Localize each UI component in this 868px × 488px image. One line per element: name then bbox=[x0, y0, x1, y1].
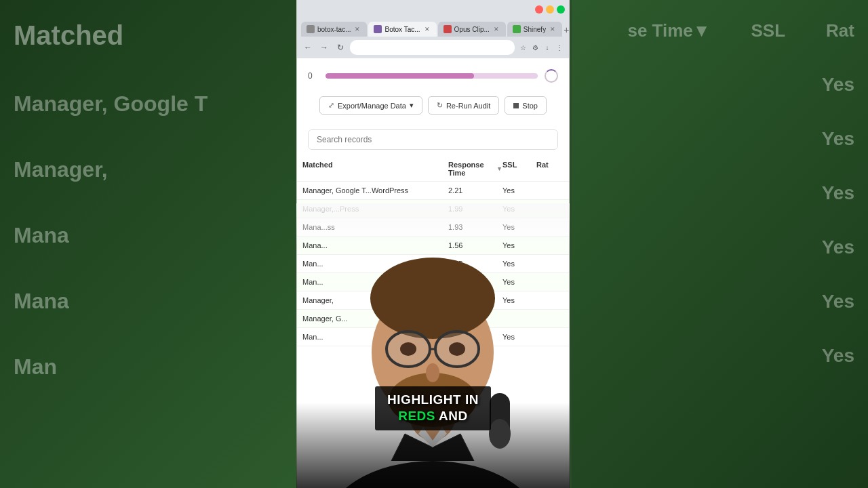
cell-response-2: 1.93 bbox=[448, 223, 502, 231]
rerun-icon: ↻ bbox=[437, 101, 443, 110]
tab-close-4[interactable]: ✕ bbox=[549, 25, 557, 33]
cell-matched-8: Man... bbox=[302, 333, 448, 341]
stop-label: Stop bbox=[522, 102, 538, 110]
tab-close-2[interactable]: ✕ bbox=[423, 25, 431, 33]
tab-label-2: Botox Tac... bbox=[384, 26, 420, 33]
address-input[interactable] bbox=[350, 40, 515, 55]
search-area bbox=[297, 123, 569, 157]
bg-text-manager1: Manager, Google T bbox=[14, 92, 285, 117]
table-row[interactable]: Mana...ss 1.93 Yes bbox=[297, 218, 569, 237]
rerun-audit-button[interactable]: ↻ Re-Run Audit bbox=[428, 96, 499, 115]
tab-botox-tac-active[interactable]: Botox Tac... ✕ bbox=[368, 22, 436, 37]
cell-response-6: 1.43 bbox=[448, 296, 502, 304]
browser-window: botox-tac... ✕ Botox Tac... ✕ Opus Clip.… bbox=[296, 0, 570, 488]
cell-response-1: 1.99 bbox=[448, 205, 502, 213]
menu-icon[interactable]: ⋮ bbox=[554, 42, 565, 53]
table-row[interactable]: Mana... 1.56 Yes bbox=[297, 237, 569, 255]
tab-favicon-2 bbox=[374, 25, 382, 33]
window-maximize-button[interactable] bbox=[557, 5, 565, 14]
tab-favicon-3 bbox=[443, 25, 452, 33]
col-header-ssl: SSL bbox=[502, 161, 536, 177]
bg-right-yes4: Yes bbox=[822, 237, 854, 258]
tab-close-1[interactable]: ✕ bbox=[353, 25, 361, 33]
cell-matched-3: Mana... bbox=[302, 241, 448, 249]
export-chevron: ▾ bbox=[410, 101, 414, 110]
export-label: Export/Manage Data bbox=[338, 102, 406, 110]
stop-icon bbox=[513, 103, 519, 108]
col-header-response-time[interactable]: Response Time ▼ bbox=[448, 161, 502, 177]
cell-response-0: 2.21 bbox=[448, 186, 502, 195]
cell-matched-4: Man... bbox=[302, 260, 448, 268]
bg-text-matched: Matched bbox=[14, 20, 285, 51]
cell-ssl-4: Yes bbox=[502, 260, 536, 268]
cell-matched-1: Manager,...Press bbox=[302, 205, 448, 213]
table-row[interactable]: Manager,...Press 1.99 Yes bbox=[297, 200, 569, 218]
browser-toolbar-icons: ☆ ⚙ ↓ ⋮ bbox=[517, 42, 565, 53]
window-close-button[interactable] bbox=[535, 5, 543, 14]
rerun-label: Re-Run Audit bbox=[446, 102, 490, 110]
progress-bar-container bbox=[326, 73, 538, 79]
export-manage-button[interactable]: ⤢ Export/Manage Data ▾ bbox=[319, 96, 422, 115]
extensions-icon[interactable]: ⚙ bbox=[530, 42, 540, 53]
tab-botox-tac[interactable]: botox-tac... ✕ bbox=[301, 22, 367, 37]
reload-button[interactable]: ↻ bbox=[334, 41, 347, 54]
browser-titlebar bbox=[297, 0, 569, 19]
col-header-rat: Rat bbox=[536, 161, 564, 177]
browser-chrome: botox-tac... ✕ Botox Tac... ✕ Opus Clip.… bbox=[297, 0, 569, 58]
col-header-matched: Matched bbox=[302, 161, 448, 177]
bg-right-yes3: Yes bbox=[822, 182, 854, 204]
progress-bar-fill bbox=[326, 73, 474, 79]
tab-label-4: Shinefy bbox=[524, 26, 546, 33]
bg-text-mana1: Mana bbox=[14, 223, 285, 248]
cell-matched-2: Mana...ss bbox=[302, 223, 448, 231]
response-time-label: Response Time bbox=[448, 161, 494, 177]
action-buttons: ⤢ Export/Manage Data ▾ ↻ Re-Run Audit St… bbox=[297, 88, 569, 123]
progress-area: 0 bbox=[297, 58, 569, 88]
cell-ssl-5: Yes bbox=[502, 278, 536, 286]
tab-label-3: Opus Clip... bbox=[454, 26, 490, 33]
sort-icon: ▼ bbox=[496, 165, 502, 172]
table-row[interactable]: Manager, G... bbox=[297, 310, 569, 328]
cell-matched-7: Manager, G... bbox=[302, 314, 448, 323]
tab-favicon-4 bbox=[513, 25, 521, 33]
bg-right-yes5: Yes bbox=[822, 291, 854, 312]
tab-opus-clip[interactable]: Opus Clip... ✕ bbox=[438, 22, 506, 37]
cell-matched-5: Man... bbox=[302, 278, 448, 286]
bookmark-icon[interactable]: ☆ bbox=[517, 42, 528, 53]
table-row[interactable]: Man... 1.53 Yes bbox=[297, 273, 569, 291]
tab-favicon-1 bbox=[307, 25, 315, 33]
data-table: Matched Response Time ▼ SSL Rat Manager,… bbox=[297, 157, 569, 488]
cell-ssl-3: Yes bbox=[502, 241, 536, 249]
progress-number: 0 bbox=[308, 71, 319, 81]
download-icon[interactable]: ↓ bbox=[542, 42, 553, 53]
bg-text-mana2: Mana bbox=[14, 289, 285, 314]
new-tab-button[interactable]: + bbox=[564, 23, 569, 37]
cell-matched-6: Manager, bbox=[302, 296, 448, 304]
bg-right-yes6: Yes bbox=[822, 345, 854, 367]
table-row[interactable]: Man... Yes bbox=[297, 328, 569, 346]
back-button[interactable]: ← bbox=[301, 41, 315, 54]
window-minimize-button[interactable] bbox=[546, 5, 554, 14]
cell-ssl-8: Yes bbox=[502, 333, 536, 341]
tab-bar: botox-tac... ✕ Botox Tac... ✕ Opus Clip.… bbox=[297, 19, 569, 37]
cell-response-4: 1.55 bbox=[448, 260, 502, 268]
stop-button[interactable]: Stop bbox=[505, 96, 547, 115]
app-content: 0 ⤢ Export/Manage Data ▾ ↻ Re-Run Audit … bbox=[297, 58, 569, 488]
table-row[interactable]: Manager, Google T...WordPress 2.21 Yes bbox=[297, 182, 569, 200]
bg-right-yes2: Yes bbox=[822, 128, 854, 150]
window-controls bbox=[535, 5, 565, 14]
bg-text-manager2: Manager, bbox=[14, 157, 285, 182]
search-input-wrapper bbox=[308, 129, 558, 150]
table-row[interactable]: Man... 1.55 Yes bbox=[297, 255, 569, 273]
tab-shinefy[interactable]: Shinefy ✕ bbox=[507, 22, 562, 37]
table-row[interactable]: Manager, 1.43 Yes bbox=[297, 291, 569, 310]
search-input[interactable] bbox=[309, 130, 557, 149]
forward-button[interactable]: → bbox=[317, 41, 331, 54]
bg-right-header: se Time▼ SSL Rat bbox=[627, 20, 854, 41]
table-header: Matched Response Time ▼ SSL Rat bbox=[297, 157, 569, 182]
bg-right-yes1: Yes bbox=[822, 74, 854, 96]
bg-text-man: Man bbox=[14, 354, 285, 380]
tab-close-3[interactable]: ✕ bbox=[492, 25, 500, 33]
cell-matched-0: Manager, Google T...WordPress bbox=[302, 186, 448, 195]
address-bar-row: ← → ↻ ☆ ⚙ ↓ ⋮ bbox=[297, 37, 569, 58]
